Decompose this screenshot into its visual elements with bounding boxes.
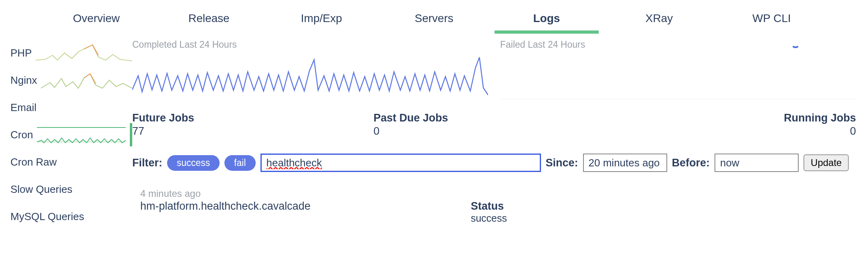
before-label: Before:: [672, 157, 710, 169]
log-status-value: success: [471, 212, 507, 224]
before-input[interactable]: [715, 154, 799, 172]
sidebar-item-label: Nginx: [10, 74, 37, 87]
sparkline-icon: [36, 43, 132, 63]
tab-xray[interactable]: XRay: [603, 12, 715, 31]
update-button[interactable]: Update: [803, 154, 849, 171]
filter-input[interactable]: [260, 154, 541, 172]
loading-spinner-icon: [791, 39, 800, 48]
filter-label: Filter:: [132, 157, 162, 169]
sidebar-item-label: Email: [10, 101, 36, 114]
log-sidebar: PHP Nginx Email Cron Cron Raw: [8, 39, 132, 230]
stat-label: Running Jobs: [615, 112, 856, 124]
sidebar-item-mysql-queries[interactable]: MySQL Queries: [8, 203, 132, 230]
chart-line-icon: [132, 52, 488, 100]
stat-label: Past Due Jobs: [373, 112, 615, 124]
sidebar-item-label: Cron Raw: [10, 156, 57, 168]
chart-failed: Failed Last 24 Hours: [500, 39, 856, 100]
sidebar-item-email[interactable]: Email: [8, 94, 132, 121]
sidebar-item-php[interactable]: PHP: [8, 39, 132, 67]
stat-pastdue-jobs: Past Due Jobs 0: [373, 112, 615, 138]
chart-failed-label: Failed Last 24 Hours: [500, 39, 856, 50]
sidebar-item-label: Cron: [10, 129, 33, 141]
sidebar-item-cron[interactable]: Cron: [8, 121, 132, 148]
sidebar-item-label: Slow Queries: [10, 183, 73, 196]
tab-imp-exp[interactable]: Imp/Exp: [265, 12, 378, 31]
log-timestamp: 4 minutes ago: [140, 188, 856, 199]
top-tabs: Overview Release Imp/Exp Servers Logs XR…: [0, 0, 868, 35]
tab-overview[interactable]: Overview: [40, 12, 153, 31]
content-area: Completed Last 24 Hours Failed Last 24 H…: [132, 39, 868, 230]
since-label: Since:: [546, 157, 578, 169]
stat-label: Future Jobs: [132, 112, 373, 124]
sidebar-item-cron-raw[interactable]: Cron Raw: [8, 148, 132, 176]
filter-pill-fail[interactable]: fail: [224, 155, 255, 171]
stat-running-jobs: Running Jobs 0: [615, 112, 856, 138]
log-status-label: Status: [471, 200, 507, 212]
log-name: hm-platform.healthcheck.cavalcade: [140, 200, 311, 212]
stat-value: 0: [615, 125, 856, 138]
sidebar-item-label: MySQL Queries: [10, 210, 84, 223]
stat-value: 77: [132, 125, 373, 138]
since-input[interactable]: [583, 154, 667, 172]
sidebar-item-slow-queries[interactable]: Slow Queries: [8, 176, 132, 203]
filter-pill-success[interactable]: success: [167, 155, 220, 171]
chart-completed: Completed Last 24 Hours: [132, 39, 488, 100]
tab-wp-cli[interactable]: WP CLI: [715, 12, 828, 31]
chart-completed-label: Completed Last 24 Hours: [132, 39, 488, 50]
tab-servers[interactable]: Servers: [378, 12, 491, 31]
sidebar-item-label: PHP: [10, 47, 32, 59]
sidebar-item-nginx[interactable]: Nginx: [8, 67, 132, 94]
sparkline-icon: [37, 125, 126, 144]
sparkline-icon: [41, 71, 132, 90]
stat-value: 0: [373, 125, 615, 138]
tab-release[interactable]: Release: [153, 12, 265, 31]
stat-future-jobs: Future Jobs 77: [132, 112, 373, 138]
tab-logs[interactable]: Logs: [490, 12, 603, 31]
chart-line-icon: [500, 52, 856, 100]
log-entry[interactable]: 4 minutes ago hm-platform.healthcheck.ca…: [132, 188, 856, 224]
